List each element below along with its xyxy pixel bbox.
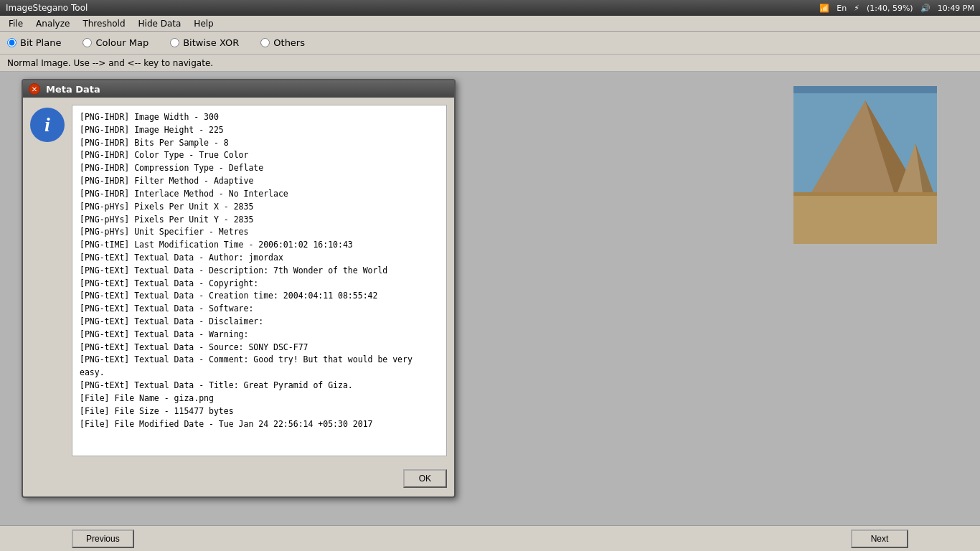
main-area: ✕ Meta Data i [PNG-IHDR] Image Width - 3… <box>0 72 980 525</box>
radio-others[interactable]: Others <box>260 37 305 48</box>
metadata-line: [PNG-tEXt] Textual Data - Source: SONY D… <box>80 342 439 354</box>
battery-info: (1:40, 59%) <box>867 4 913 13</box>
radiobar: Bit Plane Colour Map Bitwise XOR Others <box>0 32 980 55</box>
modal-footer: OK <box>23 463 454 496</box>
radio-colourmap-label: Colour Map <box>95 37 149 48</box>
metadata-line: [PNG-IHDR] Color Type - True Color <box>80 149 439 162</box>
info-icon: i <box>30 108 65 142</box>
metadata-line: [PNG-tIME] Last Modification Time - 2006… <box>80 239 439 252</box>
radio-bitwisexor-label: Bitwise XOR <box>183 37 239 48</box>
metadata-line: [PNG-IHDR] Bits Per Sample - 8 <box>80 137 439 150</box>
metadata-line: [PNG-tEXt] Textual Data - Creation time:… <box>80 290 439 303</box>
app-title: ImageStegano Tool <box>6 3 88 13</box>
clock: 10:49 PM <box>938 4 974 13</box>
metadata-line: [PNG-tEXt] Textual Data - Software: <box>80 303 439 316</box>
keyboard-lang: En <box>837 4 847 13</box>
radio-bitplane[interactable]: Bit Plane <box>7 37 61 48</box>
titlebar: ImageStegano Tool 📶 En ⚡ (1:40, 59%) 🔊 1… <box>0 0 980 16</box>
modal-overlay: ✕ Meta Data i [PNG-IHDR] Image Width - 3… <box>0 72 980 525</box>
metadata-dialog: ✕ Meta Data i [PNG-IHDR] Image Width - 3… <box>22 79 456 498</box>
metadata-line: [PNG-IHDR] Filter Method - Adaptive <box>80 175 439 188</box>
metadata-line: [File] File Name - giza.png <box>80 392 439 405</box>
menu-threshold[interactable]: Threshold <box>77 17 131 30</box>
metadata-line: [PNG-IHDR] Image Height - 225 <box>80 124 439 137</box>
radio-bitplane-label: Bit Plane <box>20 37 61 48</box>
metadata-line: [PNG-pHYs] Unit Specifier - Metres <box>80 226 439 239</box>
menu-help[interactable]: Help <box>188 17 219 30</box>
volume-icon: 🔊 <box>920 4 930 13</box>
ok-button[interactable]: OK <box>403 469 447 488</box>
menubar: File Analyze Threshold Hide Data Help <box>0 16 980 32</box>
metadata-line: [File] File Modified Date - Tue Jan 24 2… <box>80 418 439 431</box>
modal-body: i [PNG-IHDR] Image Width - 300[PNG-IHDR]… <box>23 98 454 463</box>
metadata-line: [PNG-tEXt] Textual Data - Warning: <box>80 329 439 342</box>
metadata-line: [PNG-tEXt] Textual Data - Title: Great P… <box>80 380 439 392</box>
modal-title: Meta Data <box>46 84 100 95</box>
titlebar-title: ImageStegano Tool <box>6 3 88 13</box>
metadata-line: [File] File Size - 115477 bytes <box>80 405 439 418</box>
menu-file[interactable]: File <box>3 17 29 30</box>
bottombar: Previous Next <box>0 525 980 551</box>
metadata-line: [PNG-IHDR] Interlace Method - No Interla… <box>80 188 439 201</box>
metadata-line: [PNG-pHYs] Pixels Per Unit X - 2835 <box>80 201 439 214</box>
radio-colourmap[interactable]: Colour Map <box>83 37 149 48</box>
wifi-icon: 📶 <box>819 4 829 13</box>
metadata-line: [PNG-tEXt] Textual Data - Author: jmorda… <box>80 252 439 265</box>
metadata-line: [PNG-tEXt] Textual Data - Description: 7… <box>80 265 439 278</box>
bluetooth-icon: ⚡ <box>854 4 859 13</box>
previous-button[interactable]: Previous <box>72 529 134 548</box>
status-text: Normal Image. Use --> and <-- key to nav… <box>7 58 213 68</box>
statusbar: Normal Image. Use --> and <-- key to nav… <box>0 55 980 72</box>
metadata-line: [PNG-tEXt] Textual Data - Comment: Good … <box>80 354 439 380</box>
metadata-line: [PNG-tEXt] Textual Data - Disclaimer: <box>80 316 439 329</box>
radio-bitwisexor[interactable]: Bitwise XOR <box>170 37 239 48</box>
radio-others-label: Others <box>273 37 305 48</box>
modal-close-button[interactable]: ✕ <box>29 83 40 95</box>
next-button[interactable]: Next <box>851 529 908 548</box>
metadata-line: [PNG-IHDR] Image Width - 300 <box>80 111 439 124</box>
metadata-content[interactable]: [PNG-IHDR] Image Width - 300[PNG-IHDR] I… <box>72 105 447 456</box>
menu-hidedata[interactable]: Hide Data <box>133 17 187 30</box>
metadata-line: [PNG-IHDR] Compression Type - Deflate <box>80 162 439 175</box>
titlebar-system-info: 📶 En ⚡ (1:40, 59%) 🔊 10:49 PM <box>819 4 974 13</box>
metadata-line: [PNG-tEXt] Textual Data - Copyright: <box>80 278 439 291</box>
metadata-line: [PNG-pHYs] Pixels Per Unit Y - 2835 <box>80 214 439 227</box>
menu-analyze[interactable]: Analyze <box>30 17 75 30</box>
modal-titlebar: ✕ Meta Data <box>23 80 454 98</box>
